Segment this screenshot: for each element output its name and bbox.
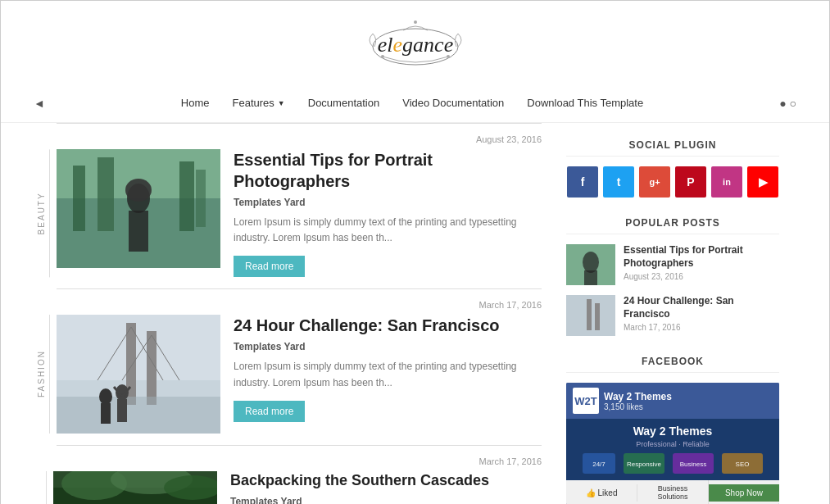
facebook-icon[interactable]: f — [567, 166, 598, 198]
post-category — [34, 471, 47, 504]
svg-text:Responsive: Responsive — [627, 461, 661, 468]
post-excerpt: Lorem Ipsum is simply dummy text of the … — [234, 359, 542, 390]
post-excerpt: Lorem Ipsum is simply dummy text of the … — [234, 215, 542, 246]
popular-post-thumbnail — [566, 244, 615, 285]
svg-rect-8 — [98, 157, 114, 231]
post-item: August 23, 2016 Beauty — [34, 123, 542, 277]
popular-post-title: 24 Hour Challenge: San Francisco — [624, 295, 779, 320]
posts-column: August 23, 2016 Beauty — [34, 123, 542, 504]
post-author: Templates Yard — [230, 496, 542, 504]
site-logo: elegance — [358, 16, 473, 73]
svg-rect-26 — [117, 399, 127, 422]
post-thumbnail — [53, 471, 217, 504]
post-content: Backpacking the Southern Cascades Templa… — [217, 471, 542, 504]
svg-rect-39 — [595, 303, 600, 330]
fb-page-name: Way 2 Themes — [604, 391, 672, 402]
post-author: Templates Yard — [234, 197, 542, 208]
popular-posts-section: POPULAR POSTS Essential Tips for Portrai… — [566, 217, 779, 336]
w2t-logo: W2T — [573, 388, 599, 414]
sidebar: SOCIAL PLUGIN f t g+ P in ▶ POPULAR POST… — [566, 123, 779, 504]
fb-widget-footer: 👍 Liked Business Solutions Shop Now — [566, 480, 779, 504]
social-plugin-title: SOCIAL PLUGIN — [566, 139, 779, 157]
post-category: Fashion — [34, 315, 50, 434]
svg-text:SEO: SEO — [736, 461, 750, 468]
fb-widget-image: Way 2 Themes Professional · Reliable 24/… — [566, 419, 779, 480]
site-header: elegance — [1, 1, 829, 84]
nav-video-documentation[interactable]: Video Documentation — [402, 97, 504, 109]
facebook-section: FACEBOOK W2T Way 2 Themes 3,150 likes — [566, 356, 779, 504]
page-wrapper: elegance ◄ Home Features ▼ Documentation… — [0, 0, 830, 504]
nav-download[interactable]: Download This Template — [527, 97, 643, 109]
post-content: 24 Hour Challenge: San Francisco Templat… — [220, 315, 542, 434]
svg-text:Way 2 Themes: Way 2 Themes — [633, 425, 713, 438]
popular-post-item: Essential Tips for Portrait Photographer… — [566, 244, 779, 285]
nav-features[interactable]: Features ▼ — [233, 97, 285, 109]
thumbs-up-icon: 👍 — [586, 488, 596, 497]
svg-rect-7 — [73, 166, 85, 231]
search-icon[interactable]: ● ○ — [779, 97, 796, 110]
svg-rect-22 — [57, 397, 220, 434]
popular-post-title: Essential Tips for Portrait Photographer… — [624, 244, 779, 270]
svg-point-35 — [583, 252, 599, 273]
google-plus-icon[interactable]: g+ — [639, 166, 670, 198]
post-title: Backpacking the Southern Cascades — [230, 471, 542, 490]
social-icons: f t g+ P in ▶ — [566, 166, 779, 198]
share-icon[interactable]: ◄ — [34, 97, 45, 110]
post-item: March 17, 2016 — [34, 445, 542, 504]
fb-widget-header: W2T Way 2 Themes 3,150 likes — [566, 383, 779, 419]
main-content: August 23, 2016 Beauty — [1, 123, 829, 504]
post-thumbnail — [57, 315, 220, 434]
popular-post-thumbnail — [566, 295, 615, 336]
svg-rect-9 — [179, 161, 194, 231]
pinterest-icon[interactable]: P — [675, 166, 706, 198]
post-date: March 17, 2016 — [479, 456, 542, 466]
post-item: March 17, 2016 Fashion — [34, 288, 542, 434]
popular-post-info: Essential Tips for Portrait Photographer… — [624, 244, 779, 281]
svg-text:Professional · Reliable: Professional · Reliable — [636, 440, 710, 448]
svg-point-0 — [414, 20, 417, 24]
popular-post-info: 24 Hour Challenge: San Francisco March 1… — [624, 295, 779, 332]
read-more-button[interactable]: Read more — [234, 256, 305, 277]
youtube-icon[interactable]: ▶ — [747, 166, 778, 198]
fb-likes: 3,150 likes — [604, 402, 672, 411]
svg-text:elegance: elegance — [377, 33, 452, 57]
svg-rect-12 — [129, 211, 148, 252]
facebook-title: FACEBOOK — [566, 356, 779, 373]
site-nav: ◄ Home Features ▼ Documentation Video Do… — [1, 84, 829, 123]
fb-page-info: Way 2 Themes 3,150 likes — [604, 391, 672, 411]
post-thumbnail — [57, 149, 220, 268]
post-date: March 17, 2016 — [479, 300, 542, 310]
twitter-icon[interactable]: t — [603, 166, 634, 198]
social-plugin-section: SOCIAL PLUGIN f t g+ P in ▶ — [566, 139, 779, 198]
svg-text:Business: Business — [680, 461, 706, 468]
post-title: 24 Hour Challenge: San Francisco — [234, 315, 542, 336]
fb-liked-button[interactable]: 👍 Liked — [566, 484, 637, 502]
svg-rect-10 — [196, 170, 206, 227]
popular-post-date: March 17, 2016 — [624, 323, 779, 332]
svg-text:24/7: 24/7 — [592, 461, 605, 468]
svg-point-23 — [99, 388, 112, 405]
svg-point-13 — [125, 179, 152, 202]
popular-posts-title: POPULAR POSTS — [566, 217, 779, 234]
chevron-down-icon: ▼ — [278, 99, 285, 107]
fb-shop-button[interactable]: Shop Now — [709, 484, 779, 502]
svg-point-3 — [381, 55, 384, 58]
post-category: Beauty — [34, 149, 50, 277]
svg-rect-38 — [587, 299, 592, 330]
svg-rect-24 — [101, 403, 111, 424]
read-more-button[interactable]: Read more — [234, 401, 305, 422]
post-content: Essential Tips for Portrait Photographer… — [220, 149, 542, 277]
svg-rect-36 — [584, 270, 597, 285]
svg-rect-17 — [147, 331, 156, 405]
svg-rect-15 — [57, 315, 220, 380]
post-title: Essential Tips for Portrait Photographer… — [234, 149, 542, 192]
instagram-icon[interactable]: in — [711, 166, 742, 198]
fb-solutions-button[interactable]: Business Solutions — [637, 480, 709, 504]
post-author: Templates Yard — [234, 341, 542, 352]
facebook-widget: W2T Way 2 Themes 3,150 likes Way 2 Theme… — [566, 383, 779, 504]
popular-post-date: August 23, 2016 — [624, 272, 779, 281]
svg-point-4 — [447, 55, 450, 58]
nav-home[interactable]: Home — [181, 97, 210, 109]
nav-documentation[interactable]: Documentation — [308, 97, 379, 109]
popular-post-item: 24 Hour Challenge: San Francisco March 1… — [566, 295, 779, 336]
